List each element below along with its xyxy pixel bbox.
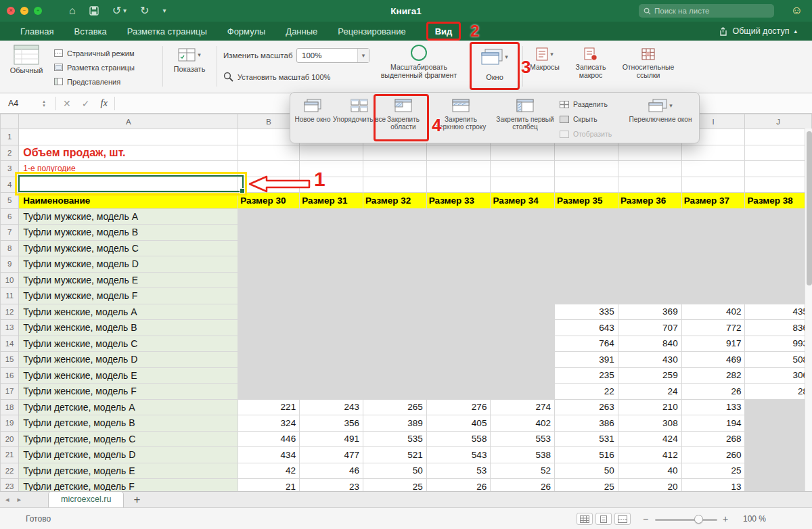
cell-A2[interactable]: Объем продаж, шт. — [19, 145, 238, 161]
cell-D11[interactable] — [363, 288, 426, 304]
tab-insert[interactable]: Вставка — [74, 26, 106, 37]
cell-B19[interactable]: 324 — [238, 415, 300, 432]
feedback-smiley-icon[interactable]: ☺ — [791, 4, 803, 18]
cell-G2[interactable] — [555, 145, 618, 161]
cell-F23[interactable]: 26 — [491, 479, 555, 492]
cell-J7[interactable] — [745, 225, 812, 241]
relative-references-button[interactable]: Относительные ссылки — [617, 45, 679, 79]
cell-E18[interactable]: 276 — [426, 399, 491, 415]
cell-I23[interactable]: 13 — [681, 479, 745, 492]
cell-D2[interactable] — [363, 145, 426, 161]
cell-H10[interactable] — [618, 272, 681, 288]
cell-G5[interactable]: Размер 35 — [555, 193, 618, 209]
cell-C10[interactable] — [300, 272, 363, 288]
cell-E19[interactable]: 405 — [426, 415, 491, 432]
cell-A7[interactable]: Туфли мужские, модель B — [19, 225, 238, 241]
cell-A9[interactable]: Туфли мужские, модель D — [19, 256, 238, 273]
name-box[interactable]: A4 — [0, 93, 39, 114]
row-header-15[interactable]: 15 — [1, 352, 19, 368]
cell-J2[interactable] — [745, 145, 812, 161]
cell-I18[interactable]: 133 — [681, 399, 745, 415]
cell-D9[interactable] — [363, 256, 426, 273]
zoom-100-button[interactable]: Установить масштаб 100% — [223, 72, 330, 82]
cell-C19[interactable]: 356 — [300, 415, 363, 432]
cell-F9[interactable] — [491, 256, 555, 273]
cell-C8[interactable] — [300, 240, 363, 256]
cell-C22[interactable]: 46 — [300, 463, 363, 479]
home-icon[interactable]: ⌂ — [69, 5, 76, 16]
cell-J12[interactable]: 435 — [745, 304, 812, 320]
cell-B15[interactable] — [238, 352, 300, 368]
cell-J6[interactable] — [745, 208, 812, 225]
row-header-6[interactable]: 6 — [1, 208, 19, 225]
cancel-entry-icon[interactable]: ✕ — [63, 98, 71, 109]
menu-item-new-window[interactable]: Новое окно — [294, 97, 331, 123]
cell-J8[interactable] — [745, 240, 812, 256]
cell-D22[interactable]: 50 — [363, 463, 426, 479]
cell-A8[interactable]: Туфли мужские, модель C — [19, 240, 238, 256]
menu-item-hide[interactable]: Скрыть — [560, 112, 622, 127]
cell-I9[interactable] — [681, 256, 745, 273]
row-header-17[interactable]: 17 — [1, 384, 19, 400]
cell-F5[interactable]: Размер 34 — [491, 193, 555, 209]
cell-J20[interactable] — [745, 431, 812, 447]
cell-E14[interactable] — [426, 336, 491, 352]
zoom-out-button[interactable]: − — [643, 513, 648, 524]
status-normal-view-button[interactable] — [577, 513, 593, 525]
cell-G7[interactable] — [555, 225, 618, 241]
cell-J13[interactable]: 836 — [745, 320, 812, 336]
cell-E23[interactable]: 26 — [426, 479, 491, 492]
menu-item-freeze-panes[interactable]: Закрепить области — [380, 97, 427, 131]
cell-B16[interactable] — [238, 367, 300, 384]
cell-E20[interactable]: 558 — [426, 431, 491, 447]
select-all-corner[interactable] — [1, 114, 19, 129]
cell-H9[interactable] — [618, 256, 681, 273]
cell-B8[interactable] — [238, 240, 300, 256]
cell-F6[interactable] — [491, 208, 555, 225]
cell-F20[interactable]: 553 — [491, 431, 555, 447]
cell-I4[interactable] — [681, 177, 745, 193]
cell-H3[interactable] — [618, 161, 681, 177]
cell-E15[interactable] — [426, 352, 491, 368]
cell-E11[interactable] — [426, 288, 491, 304]
cell-C12[interactable] — [300, 304, 363, 320]
cell-F14[interactable] — [491, 336, 555, 352]
cell-B13[interactable] — [238, 320, 300, 336]
cell-I14[interactable]: 917 — [681, 336, 745, 352]
cell-G16[interactable]: 235 — [555, 367, 618, 384]
cell-E22[interactable]: 53 — [426, 463, 491, 479]
cell-D21[interactable]: 521 — [363, 447, 426, 463]
row-header-22[interactable]: 22 — [1, 463, 19, 479]
zoom-to-selection-button[interactable]: Масштабировать выделенный фрагмент — [376, 43, 461, 79]
cell-B21[interactable]: 434 — [238, 447, 300, 463]
next-sheet-icon[interactable]: ▸ — [18, 495, 22, 504]
cell-H21[interactable]: 412 — [618, 447, 681, 463]
cell-J17[interactable]: 28 — [745, 384, 812, 400]
cell-A15[interactable]: Туфли женские, модель D — [19, 352, 238, 368]
cell-B5[interactable]: Размер 30 — [238, 193, 300, 209]
cell-F13[interactable] — [491, 320, 555, 336]
cell-I6[interactable] — [681, 208, 745, 225]
cell-C2[interactable] — [300, 145, 363, 161]
cell-I19[interactable]: 194 — [681, 415, 745, 432]
cell-J16[interactable]: 306 — [745, 367, 812, 384]
cell-F10[interactable] — [491, 272, 555, 288]
row-header-9[interactable]: 9 — [1, 256, 19, 273]
cell-I7[interactable] — [681, 225, 745, 241]
cell-A21[interactable]: Туфли детские, модель D — [19, 447, 238, 463]
status-page-break-button[interactable] — [614, 513, 631, 525]
menu-item-unhide[interactable]: Отобразить — [560, 127, 622, 141]
cell-F22[interactable]: 52 — [491, 463, 555, 479]
menu-item-freeze-first-column[interactable]: Закрепить первый столбец — [495, 97, 556, 131]
cell-D7[interactable] — [363, 225, 426, 241]
cell-J19[interactable] — [745, 415, 812, 432]
window-button[interactable]: ▾ Окно — [474, 46, 515, 81]
cell-D19[interactable]: 389 — [363, 415, 426, 432]
cell-F19[interactable]: 402 — [491, 415, 555, 432]
cell-H18[interactable]: 210 — [618, 399, 681, 415]
row-header-23[interactable]: 23 — [1, 479, 19, 492]
cell-F3[interactable] — [491, 161, 555, 177]
cell-A22[interactable]: Туфли детские, модель E — [19, 463, 238, 479]
row-header-14[interactable]: 14 — [1, 336, 19, 352]
cell-I20[interactable]: 268 — [681, 431, 745, 447]
